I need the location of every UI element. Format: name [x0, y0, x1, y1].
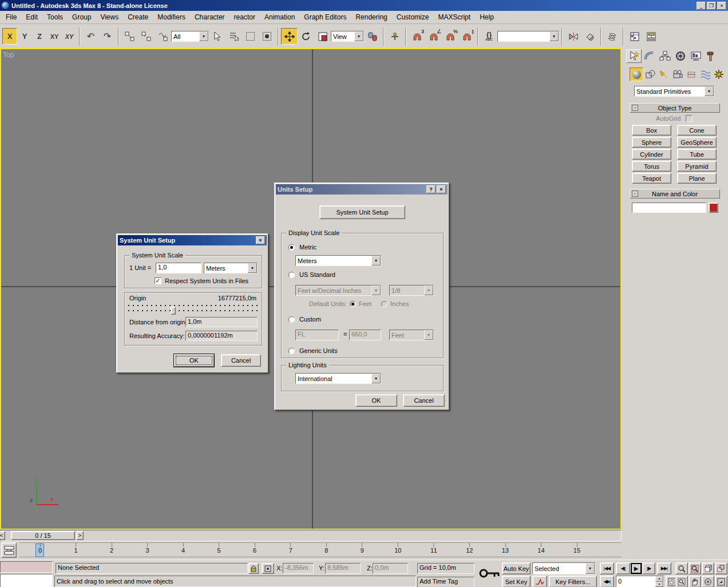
- minimize-button[interactable]: _: [697, 2, 706, 10]
- category-cameras[interactable]: [671, 68, 685, 81]
- metric-label[interactable]: Metric: [299, 244, 316, 251]
- set-keys-key-icon[interactable]: [478, 565, 501, 584]
- zoom-all-button[interactable]: [689, 562, 701, 574]
- default-tangent-curve-button[interactable]: [532, 576, 547, 587]
- custom-value-input[interactable]: 660,0: [349, 330, 381, 340]
- cone-button[interactable]: Cone: [677, 125, 717, 136]
- origin-slider-track[interactable]: [128, 310, 259, 311]
- chevron-down-icon[interactable]: ▼: [199, 31, 208, 41]
- add-time-tag-field[interactable]: Add Time Tag: [417, 577, 474, 587]
- respect-units-label[interactable]: Respect System Units in Files: [165, 277, 248, 284]
- select-and-link-icon[interactable]: [121, 28, 138, 45]
- custom-radio[interactable]: [288, 316, 295, 323]
- custom-name-input[interactable]: FL: [295, 330, 339, 340]
- restrict-plane-cycle-button[interactable]: XY: [62, 28, 77, 45]
- absolute-offset-toggle[interactable]: [262, 563, 274, 574]
- chevron-down-icon[interactable]: ▼: [248, 263, 257, 273]
- name-color-rollout-header[interactable]: - Name and Color: [630, 189, 720, 199]
- menu-item-file[interactable]: File: [1, 11, 21, 23]
- maxscript-listener-white[interactable]: [0, 574, 53, 587]
- min-max-toggle-button[interactable]: [715, 576, 727, 587]
- menu-item-tools[interactable]: Tools: [42, 11, 68, 23]
- cylinder-button[interactable]: Cylinder: [632, 149, 671, 160]
- bind-to-spacewarp-icon[interactable]: [155, 28, 171, 45]
- menu-item-graph-editors[interactable]: Graph Editors: [299, 11, 351, 23]
- close-button[interactable]: ×: [717, 2, 726, 10]
- reference-coordsys-dropdown[interactable]: View ▼: [331, 31, 364, 42]
- keyable-selection-dropdown[interactable]: Selected ▼: [532, 562, 595, 574]
- generic-units-label[interactable]: Generic Units: [299, 347, 338, 354]
- zoom-extents-button[interactable]: [702, 562, 714, 574]
- collapse-icon[interactable]: -: [632, 105, 638, 111]
- percent-snap-button[interactable]: %: [442, 28, 458, 45]
- frame-spinner[interactable]: ▲▼: [655, 576, 663, 587]
- chevron-down-icon[interactable]: ▼: [371, 374, 381, 383]
- tube-button[interactable]: Tube: [677, 149, 717, 160]
- menu-item-character[interactable]: Character: [190, 11, 230, 23]
- help-button[interactable]: ?: [426, 185, 436, 193]
- teapot-button[interactable]: Teapot: [632, 173, 671, 184]
- select-by-name-button[interactable]: [225, 28, 242, 45]
- category-geometry[interactable]: [630, 68, 643, 81]
- primitives-category-dropdown[interactable]: Standard Primitives ▼: [634, 86, 714, 97]
- respect-units-checkbox[interactable]: ✓: [155, 277, 161, 284]
- go-to-start-button[interactable]: |◀◀: [600, 562, 614, 574]
- use-pivot-point-center-button[interactable]: [364, 28, 381, 45]
- restore-button[interactable]: ❐: [707, 2, 716, 10]
- close-button[interactable]: ×: [437, 185, 446, 193]
- viewport-label[interactable]: Top: [3, 51, 14, 59]
- time-slider-handle[interactable]: 0 / 15: [11, 531, 75, 540]
- curve-editor-button[interactable]: [626, 28, 643, 45]
- undo-button[interactable]: ↶: [82, 28, 99, 45]
- menu-item-customize[interactable]: Customize: [392, 11, 434, 23]
- category-systems[interactable]: [712, 68, 726, 81]
- menu-item-edit[interactable]: Edit: [21, 11, 42, 23]
- metric-radio[interactable]: [288, 244, 295, 251]
- mirror-button[interactable]: [565, 28, 581, 45]
- restrict-xy-plane-button[interactable]: XY: [47, 28, 62, 45]
- track-bar[interactable]: 0123456789101112131415: [0, 541, 622, 560]
- maxscript-listener-pink[interactable]: [0, 561, 53, 573]
- mini-curve-editor-button[interactable]: [1, 542, 17, 558]
- generic-units-radio[interactable]: [288, 348, 295, 354]
- time-slider[interactable]: < 0 / 15 >: [0, 530, 622, 541]
- geosphere-button[interactable]: GeoSphere: [677, 137, 717, 148]
- category-lights[interactable]: [657, 68, 671, 81]
- lighting-units-dropdown[interactable]: International ▼: [295, 373, 381, 384]
- previous-frame-button[interactable]: ◀||: [616, 562, 630, 574]
- align-button[interactable]: [581, 28, 598, 45]
- selection-filter-dropdown[interactable]: All ▼: [171, 31, 209, 42]
- cancel-button[interactable]: Cancel: [221, 354, 261, 367]
- menu-item-group[interactable]: Group: [68, 11, 96, 23]
- tab-utilities[interactable]: [703, 49, 719, 63]
- play-button[interactable]: ▶: [630, 562, 642, 574]
- select-and-move-button[interactable]: [281, 28, 298, 45]
- default-feet-radio[interactable]: [350, 301, 356, 307]
- named-selection-dropdown[interactable]: ▼: [497, 31, 559, 42]
- tab-create[interactable]: [626, 49, 642, 63]
- title-bar[interactable]: Untitled - Autodesk 3ds Max 8 - Stand-al…: [0, 0, 728, 11]
- menu-item-maxscript[interactable]: MAXScript: [433, 11, 475, 23]
- edit-named-selections-button[interactable]: {}ABC: [481, 28, 497, 45]
- unlink-selection-icon[interactable]: [138, 28, 155, 45]
- collapse-icon[interactable]: -: [632, 191, 638, 197]
- category-helpers[interactable]: [685, 68, 698, 81]
- spinner-snap-button[interactable]: ▲▼: [458, 28, 475, 45]
- go-to-end-button[interactable]: ▶▶|: [657, 562, 671, 574]
- close-button[interactable]: ×: [256, 236, 265, 244]
- tab-display[interactable]: [688, 49, 703, 63]
- window-crossing-toggle-button[interactable]: [259, 28, 275, 45]
- trackbar-ruler[interactable]: 0123456789101112131415: [19, 542, 622, 557]
- menu-item-modifiers[interactable]: Modifiers: [153, 11, 190, 23]
- metric-unit-dropdown[interactable]: Meters ▼: [295, 255, 381, 266]
- y-coordinate-field[interactable]: 8,585m: [325, 563, 361, 574]
- system-unit-setup-titlebar[interactable]: System Unit Setup ×: [118, 235, 267, 245]
- layer-manager-button[interactable]: [604, 28, 620, 45]
- menu-item-reactor[interactable]: reactor: [230, 11, 260, 23]
- current-frame-field[interactable]: 0 ▲▼: [616, 576, 664, 587]
- tab-hierarchy[interactable]: [657, 49, 672, 63]
- custom-label[interactable]: Custom: [299, 316, 321, 323]
- default-inches-radio[interactable]: [381, 301, 387, 307]
- unit-type-dropdown[interactable]: Meters ▼: [204, 263, 258, 273]
- menu-item-views[interactable]: Views: [96, 11, 123, 23]
